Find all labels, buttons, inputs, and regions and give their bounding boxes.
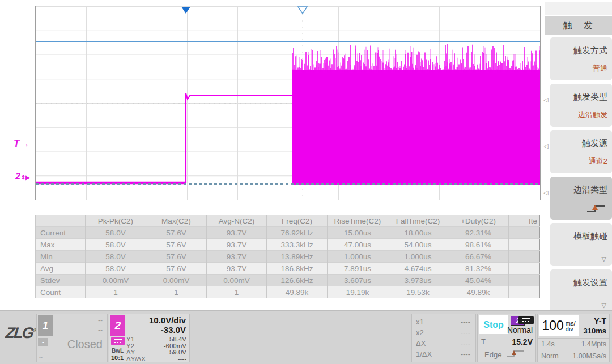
measure-cell: 57.6V xyxy=(146,251,207,263)
sidebar-item-4[interactable]: ◁边沿类型 xyxy=(542,177,612,220)
status-bar: ZLG® 1 -- -- - Closed -- -- 2 10.0V/div … xyxy=(0,310,612,364)
measure-cell: 93.7V xyxy=(207,263,267,275)
sidebar-item-1[interactable]: 触发方式普通 xyxy=(542,37,612,80)
measure-cell: 93.7V xyxy=(207,227,267,239)
measure-cell: 186.8kHz xyxy=(267,263,328,275)
channel1-block[interactable]: 1 -- -- - Closed -- -- xyxy=(36,314,108,362)
measure-cell: 15.00us xyxy=(328,227,388,239)
bandwidth-limit-label: BwL xyxy=(112,348,124,354)
marker-arrow-icon: ▶ xyxy=(26,174,30,181)
sidebar-item-label: 触发源 xyxy=(582,138,607,149)
readout-row: ΔY59.0V xyxy=(126,349,186,356)
timebase-scale-box[interactable]: 100 ms/ div xyxy=(539,315,579,336)
measure-cell: 54.00us xyxy=(388,239,448,251)
sidebar-item-3[interactable]: ◁触发源通道2 xyxy=(542,130,612,173)
cursor-value: 58.4V xyxy=(169,336,186,343)
display-mode: Y-T xyxy=(594,316,606,326)
trigger-status-block[interactable]: Stop 2 Normal T 15.2V Edge xyxy=(477,314,536,362)
trigger-mode: Normal xyxy=(507,326,533,335)
measure-row-label: Count xyxy=(36,286,86,298)
x-cursor-label: x1 xyxy=(416,318,424,328)
measure-col-header: +Duty(C2) xyxy=(448,215,509,227)
channel2-ground-marker[interactable]: 2⇕▶ xyxy=(15,172,30,182)
timebase-unit-top: ms/ xyxy=(566,320,576,326)
measure-cell xyxy=(509,286,540,298)
sidebar-item-5[interactable]: 模板触碰▽ xyxy=(542,223,612,266)
measure-cell: 49.89k xyxy=(448,286,509,298)
trigger-level-readout-label: T xyxy=(481,337,486,345)
sidebar-item-2[interactable]: ◁触发类型边沿触发 xyxy=(542,84,612,127)
sidebar-item-value: 边沿触发 xyxy=(578,110,607,120)
measure-col-header: Avg-N(C2) xyxy=(207,215,267,227)
sidebar-item-label: 触发设置 xyxy=(573,277,607,288)
measure-row-label: Current xyxy=(36,227,86,239)
rising-edge-icon xyxy=(506,349,525,360)
measure-row: Count11149.89k19.19k19.53k49.89k xyxy=(36,286,540,298)
sidebar-item-6[interactable]: 触发设置▽ xyxy=(542,269,612,312)
rising-edge-icon xyxy=(585,203,607,217)
cursor-value: ---- xyxy=(178,356,186,363)
trigger-type-label: Edge xyxy=(484,350,502,359)
measure-cell: 126.6kHz xyxy=(267,275,328,286)
measurement-table: Pk-Pk(C2)Max(C2)Avg-N(C2)Freq(C2)RiseTim… xyxy=(35,215,540,298)
measure-cell xyxy=(509,263,540,275)
left-arrow-icon: ◁ xyxy=(543,189,548,196)
readout-row: Y158.4V xyxy=(126,336,186,343)
measure-cell: 58.0V xyxy=(86,227,146,239)
measure-col-header: FallTime(C2) xyxy=(388,215,448,227)
menu-title: 触 发 xyxy=(545,16,612,35)
measure-row-label: Min xyxy=(36,251,86,263)
measure-cell: 3.973us xyxy=(388,275,448,286)
sidebar-item-value: 通道2 xyxy=(589,156,607,166)
measure-cell: 1.000us xyxy=(328,251,388,263)
channel2-ground-label: 2 xyxy=(15,172,20,181)
measure-col-header: RiseTime(C2) xyxy=(328,215,388,227)
sidebar-button[interactable]: 触发设置▽ xyxy=(550,269,612,312)
channel1-badge: 1 xyxy=(38,315,53,336)
trigger-level-marker[interactable]: T→ xyxy=(14,138,29,149)
channel1-state: Closed xyxy=(67,338,103,351)
sidebar-button[interactable]: 触发方式普通 xyxy=(550,37,612,80)
measure-cell xyxy=(509,227,540,239)
cursor-value: 59.0V xyxy=(169,349,186,356)
channel2-block[interactable]: 2 10.0V/div -33.0V BwL 10:1 Y158.4VY2-60… xyxy=(109,314,190,362)
trigger-menu-panel: 触 发 触发方式普通◁触发类型边沿触发◁触发源通道2◁边沿类型模板触碰▽触发设置… xyxy=(542,0,612,315)
x-cursor-value: ---- xyxy=(461,318,470,328)
trigger-level-label: T xyxy=(14,138,19,149)
measure-cell: 98.61% xyxy=(448,239,509,251)
measure-cell: 1 xyxy=(146,286,207,298)
probe-ratio-label: 10:1 xyxy=(111,354,124,361)
x-cursor-label: 1/ΔX xyxy=(416,350,432,361)
measure-cell: 92.31% xyxy=(448,227,509,239)
sidebar-button[interactable]: 触发源通道2 xyxy=(550,130,612,173)
measure-cell: 66.67% xyxy=(448,251,509,263)
sidebar-item-label: 边沿类型 xyxy=(573,185,607,195)
channel2-cursor-readouts: Y158.4VY2-600mVΔY59.0VΔY/ΔX---- xyxy=(126,336,186,362)
sidebar-item-value: 普通 xyxy=(593,63,607,74)
measure-cell: 19.19k xyxy=(328,286,388,298)
measure-cell: 93.7V xyxy=(207,239,267,251)
measure-cell xyxy=(509,251,540,263)
brand-logo: ZLG® xyxy=(5,324,38,342)
measure-cell: 1.000us xyxy=(388,251,448,263)
run-state[interactable]: Stop xyxy=(479,315,508,334)
measure-col-header: Ite xyxy=(509,215,540,227)
sidebar-button[interactable]: 边沿类型 xyxy=(550,177,612,220)
measure-cell: 58.0V xyxy=(86,251,146,263)
sidebar-button[interactable]: 触发类型边沿触发 xyxy=(550,84,612,127)
waveform-display[interactable] xyxy=(35,6,541,200)
measure-cell: 3.607us xyxy=(328,275,388,286)
measure-cell: 1 xyxy=(207,286,267,298)
x-cursor-label: ΔX xyxy=(416,339,426,350)
measure-cell: 45.04% xyxy=(448,275,509,286)
readout-row: 1/ΔX---- xyxy=(416,350,470,361)
trigger-level-arrow-icon: → xyxy=(21,139,29,148)
dropdown-caret-icon: ▽ xyxy=(602,255,606,263)
measure-row-label: Max xyxy=(36,239,86,251)
measure-row: Max58.0V57.6V93.7V333.3kHz47.00us54.00us… xyxy=(36,239,540,251)
measure-cell: 4.674us xyxy=(388,263,448,275)
measure-row-label: Stdev xyxy=(36,275,86,286)
measure-cell: 81.32% xyxy=(448,263,509,275)
sidebar-button[interactable]: 模板触碰▽ xyxy=(550,223,612,266)
timebase-block[interactable]: 100 ms/ div Y-T 310ms 1.4s 1.4Mpts Norm … xyxy=(537,314,610,362)
